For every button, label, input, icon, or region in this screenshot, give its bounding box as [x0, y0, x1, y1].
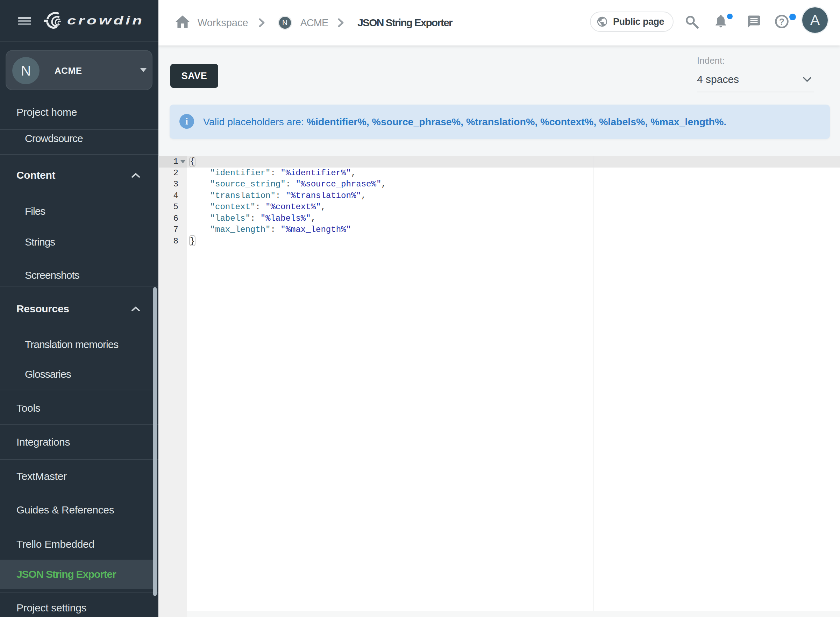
- svg-text:?: ?: [779, 17, 784, 27]
